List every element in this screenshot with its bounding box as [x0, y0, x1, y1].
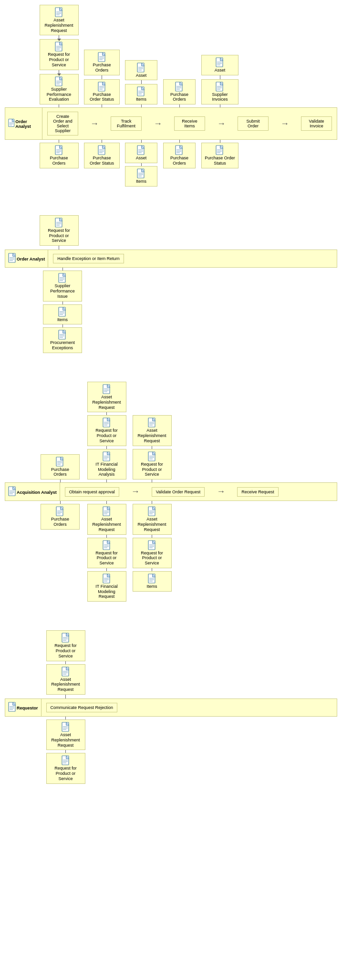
activity-communicate-rejection: Communicate Request Rejection	[46, 703, 118, 712]
s3-bottom-col-0: Purchase Orders	[36, 501, 84, 530]
node-asset-top2: Asset	[201, 55, 238, 75]
s3-node-rps-bot1: Request for Product or Service	[87, 538, 126, 568]
node-asset-top1: Asset	[125, 60, 157, 81]
s3-node-rps-top1: Request for Product or Service	[87, 415, 126, 446]
s3-node-arr-top2: Asset Replenishment Request	[133, 415, 172, 446]
s3-node-itfmr-bot1: IT Financial Modeling Request	[87, 571, 126, 602]
activity-box-validate-order[interactable]: Validate Order Request	[152, 487, 205, 497]
s3-node-po-top: Purchase Orders	[41, 454, 80, 480]
bottom-col-2: Asset Items	[122, 140, 160, 187]
top-col-4: Asset Supplier Invoices	[198, 55, 241, 107]
activity-receive-request: Receive Request	[237, 487, 279, 497]
s3-bottom-col-2: Asset Replenishment Request Request for …	[129, 501, 175, 592]
section-4: Request for Product or Service Asset Rep…	[5, 630, 337, 784]
activity-box-validate[interactable]: Validate Invoice	[301, 116, 332, 131]
bottom-col-3: Purchase Orders	[160, 140, 198, 168]
s4-node-arr-top: Asset Replenishment Request	[46, 664, 85, 695]
node-pos-bottom4: Purchase Order Status	[201, 143, 238, 168]
node-po-status-top1: Purchase Order Status	[84, 79, 120, 105]
activity-lane-1: Order Analyst Create Order and Select Su…	[5, 107, 337, 140]
node-asset-replenishment-1: Asset Replenishment Request	[40, 5, 79, 35]
node-supplier-invoices: Supplier Invoices	[201, 79, 238, 105]
s3-node-po-bot0: Purchase Orders	[41, 504, 80, 530]
s3-top-col-0: Purchase Orders	[36, 454, 84, 483]
s4-node-rps-bot: Request for Product or Service	[46, 753, 85, 783]
lane-items-1: Create Order and Select Supplier → Track…	[42, 108, 337, 139]
activity-box-obtain[interactable]: Obtain request approval	[65, 487, 119, 497]
activity-box-receive[interactable]: Receive Items	[174, 116, 205, 131]
top-col-0: Asset Replenishment Request Request for …	[36, 5, 82, 107]
s3-node-itfm-top1: IT Financial Modeling Analysis	[87, 449, 126, 480]
activity-obtain-approval: Obtain request approval	[65, 487, 119, 497]
activity-submit-order: Submit Order	[238, 116, 269, 131]
top-col-1: Purchase Orders Purchase Order Status	[82, 50, 122, 107]
s2-node-request: Request for Product or Service	[40, 215, 79, 246]
s3-node-rps-bot2: Request for Product or Service	[133, 538, 172, 568]
lane-items-3: Obtain request approval → Validate Order…	[60, 483, 337, 500]
activity-box-communicate[interactable]: Communicate Request Rejection	[46, 703, 118, 712]
s3-bottom-col-1: Asset Replenishment Request Request for …	[84, 501, 129, 602]
node-items-top1: Items	[125, 84, 157, 104]
node-asset-bottom2: Asset	[125, 143, 157, 163]
section-2: Request for Product or Service Order Ana…	[5, 215, 337, 353]
s4-bottom-col: Asset Replenishment Request Request for …	[43, 717, 88, 784]
activity-validate-order: Validate Order Request	[152, 487, 205, 497]
s3-node-items-bot2: Items	[133, 571, 172, 592]
node-purchase-orders-top2: Purchase Orders	[163, 79, 196, 105]
section-1: Asset Replenishment Request Request for …	[5, 5, 337, 187]
activity-handle-exception: Handle Exception or Item Return	[53, 254, 124, 263]
node-pos-bottom1: Purchase Order Status	[84, 143, 120, 168]
s3-node-rps-top2: Request for Product or Service	[133, 449, 172, 480]
activity-validate-invoice: Validate Invoice	[301, 116, 332, 131]
diagram-container: Asset Replenishment Request Request for …	[0, 0, 342, 803]
s3-node-arr-bot2: Asset Replenishment Request	[133, 504, 172, 534]
s4-node-arr-bot: Asset Replenishment Request	[46, 719, 85, 750]
node-request-product-1: Request for Product or Service	[40, 39, 79, 70]
actor-acquisition-analyst: Acquisition Analyst	[5, 483, 60, 500]
top-col-3: Purchase Orders	[160, 79, 198, 108]
s2-node-items: Items	[43, 304, 82, 325]
activity-box-track[interactable]: Track Fulfilment	[111, 116, 142, 131]
s4-top-col: Request for Product or Service Asset Rep…	[43, 630, 88, 699]
lane-items-4: Communicate Request Rejection	[41, 699, 337, 716]
activity-box-create-order[interactable]: Create Order and Select Supplier	[47, 112, 78, 136]
section-3: Purchase Orders Asset Replenishment Requ…	[5, 382, 337, 602]
activity-track-fulfilment: Track Fulfilment	[111, 116, 142, 131]
actor-order-analyst-2: Order Analyst	[5, 250, 48, 267]
s3-node-arr-bot1: Asset Replenishment Request	[87, 504, 126, 534]
activity-receive-items: Receive Items	[174, 116, 205, 131]
bottom-col-1: Purchase Order Status	[82, 140, 122, 168]
node-supplier-perf-eval: Supplier Performance Evaluation	[40, 74, 79, 104]
activity-box-handle[interactable]: Handle Exception or Item Return	[53, 254, 124, 263]
activity-box-receive-request[interactable]: Receive Request	[237, 487, 279, 497]
activity-lane-3: Acquisition Analyst Obtain request appro…	[5, 482, 337, 501]
activity-box-submit[interactable]: Submit Order	[238, 116, 269, 131]
activity-lane-4: Requestor Communicate Request Rejection	[5, 699, 337, 717]
top-col-2: Asset Items	[122, 60, 160, 108]
s3-top-col-1: Asset Replenishment Request Request for …	[84, 382, 129, 482]
node-items-bottom2: Items	[125, 166, 157, 187]
actor-order-analyst-1: Order Analyst	[5, 108, 42, 139]
node-po-bottom0: Purchase Orders	[40, 143, 79, 168]
node-purchase-orders-top1: Purchase Orders	[84, 50, 120, 75]
activity-create-order: Create Order and Select Supplier	[47, 112, 78, 136]
s2-top-col: Request for Product or Service	[36, 215, 82, 250]
s2-node-supplier-issue: Supplier Performance Issue	[43, 271, 82, 301]
s3-node-arr-top1: Asset Replenishment Request	[87, 382, 126, 412]
node-po-bottom3: Purchase Orders	[163, 143, 196, 168]
bottom-col-4: Purchase Order Status	[198, 140, 241, 168]
actor-requestor: Requestor	[5, 699, 41, 716]
bottom-col-0: Purchase Orders	[36, 140, 82, 168]
s3-top-col-2: Asset Replenishment Request Request for …	[129, 415, 175, 482]
lane-items-2: Handle Exception or Item Return	[48, 250, 337, 267]
s2-node-proc-exceptions: Procurement Exceptions	[43, 327, 82, 353]
s4-node-rps-top: Request for Product or Service	[46, 630, 85, 661]
activity-lane-2: Order Analyst Handle Exception or Item R…	[5, 250, 337, 268]
